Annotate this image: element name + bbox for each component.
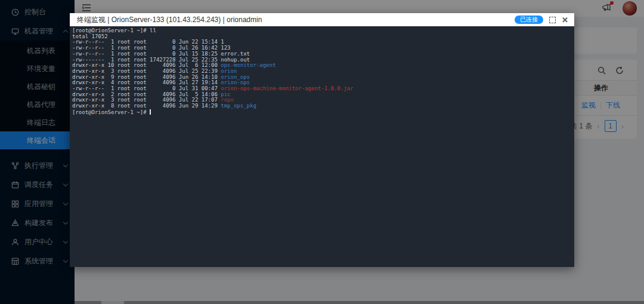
modal-title: 终端监视 | OrionServer-133 (101.43.254.243) … [77,15,262,25]
terminal-cursor [150,109,151,115]
modal-header: 终端监视 | OrionServer-133 (101.43.254.243) … [70,13,574,26]
terminal-output[interactable]: [root@OrionServer-1 ~]# ll total 17052 -… [70,26,574,267]
terminal-line: drwxr-xr-x 8 root root 4096 Jun 29 14:29… [72,103,574,109]
terminal-line: [root@OrionServer-1 ~]# [72,109,574,116]
status-badge: 已连接 [515,16,543,24]
app-root: 控制台 机器管理 机器列表 环境变量 机器秘钥 机器代理 终端日志 终端会话 执… [0,0,644,304]
terminal-line: [root@OrionServer-1 ~]# ll [72,28,574,34]
close-icon[interactable]: ✕ [562,16,568,24]
terminal-modal: 终端监视 | OrionServer-133 (101.43.254.243) … [70,13,574,267]
modal-header-actions: 已连接 ✕ [515,16,568,24]
fullscreen-icon[interactable] [549,17,556,23]
